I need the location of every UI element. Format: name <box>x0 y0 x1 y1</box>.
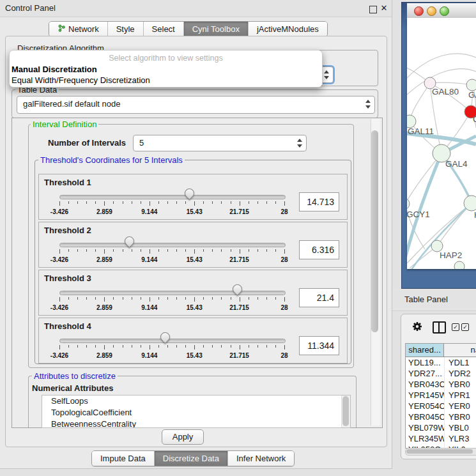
slider-tick <box>150 201 150 206</box>
tab-style[interactable]: Style <box>107 22 143 36</box>
float-panel-icon[interactable] <box>369 6 377 13</box>
table-horizontal-scrollbar-thumb[interactable] <box>406 449 473 454</box>
slider-tick <box>212 345 213 348</box>
slider-tick <box>68 297 69 300</box>
slider-track[interactable] <box>59 339 286 343</box>
slider-tick <box>77 297 78 300</box>
cell-shared-name[interactable]: YDR27... <box>406 368 445 379</box>
cell-name[interactable]: YDL1 <box>445 357 476 368</box>
slider-tick <box>275 297 276 300</box>
threshold-value-field[interactable]: 6.316 <box>299 240 339 259</box>
attribute-list-item[interactable]: BetweennessCentrality <box>42 418 350 428</box>
threshold-slider[interactable]: -3.4262.8599.14415.4321.71528 <box>59 239 284 266</box>
table-row[interactable]: YDL19...YDL1 <box>406 357 476 368</box>
slider-tick <box>176 297 177 300</box>
tab-infer-network[interactable]: Infer Network <box>227 451 294 466</box>
slider-tick <box>68 201 69 204</box>
checkbox-icon[interactable]: ✓ <box>461 323 469 331</box>
table-row[interactable]: YBR043CYBR0 <box>406 379 476 390</box>
slider-tick <box>194 249 195 254</box>
table-row[interactable]: YLR345WYLR3 <box>406 433 476 444</box>
zoom-window-icon[interactable] <box>440 6 449 16</box>
cell-shared-name[interactable]: YDL19... <box>406 357 445 368</box>
threshold-slider[interactable]: -3.4262.8599.14415.4321.71528 <box>59 287 284 314</box>
split-view-icon[interactable] <box>433 321 446 334</box>
cell-name[interactable]: YBR0 <box>445 379 476 390</box>
attributes-scrollbar[interactable] <box>341 395 350 427</box>
table-data-combobox[interactable]: galFiltered.sif default node <box>17 96 375 114</box>
tab-jactivemnodules[interactable]: jActiveMNodules <box>248 22 327 36</box>
slider-tick <box>212 201 213 204</box>
cell-shared-name[interactable]: YBL079W <box>406 422 445 433</box>
slider-track[interactable] <box>59 291 286 295</box>
attribute-list-item[interactable]: SelfLoops <box>42 395 350 407</box>
attribute-list-item[interactable]: TopologicalCoefficient <box>42 407 350 418</box>
threshold-slider[interactable]: -3.4262.8599.14415.4321.71528 <box>59 191 284 218</box>
slider-tick <box>203 345 204 348</box>
slider-tick <box>141 249 141 252</box>
network-node[interactable] <box>454 261 464 269</box>
cell-name[interactable]: YDR2 <box>445 368 476 379</box>
node-attribute-table[interactable]: shared... na YDL19...YDL1YDR27...YDR2YBR… <box>405 343 476 449</box>
threshold-value-field[interactable]: 14.713 <box>299 192 339 211</box>
network-node[interactable] <box>464 196 476 211</box>
tab-discretize-data[interactable]: Discretize Data <box>154 451 227 466</box>
table-row[interactable]: YBR045CYBR0 <box>406 411 476 422</box>
slider-tick <box>123 297 123 300</box>
cell-name[interactable]: YER0 <box>445 401 476 411</box>
slider-tick <box>104 297 105 302</box>
tab-network[interactable]: Network <box>49 22 107 36</box>
table-row[interactable]: YBL079WYBL0 <box>406 422 476 433</box>
threshold-value-field[interactable]: 21.4 <box>299 288 339 307</box>
table-row[interactable]: YPR145WYPR1 <box>406 390 476 401</box>
close-panel-icon[interactable]: ✕ <box>380 4 388 12</box>
dropdown-option-manual-discretization[interactable]: Manual Discretization <box>11 65 98 74</box>
tab-select[interactable]: Select <box>143 22 183 36</box>
slider-tick <box>86 201 87 204</box>
threshold-value-field[interactable]: 11.344 <box>299 336 339 355</box>
slider-track[interactable] <box>59 243 286 247</box>
network-canvas[interactable]: GAL80GACGAL11GAL4GCY1HHAP2 <box>407 18 476 269</box>
network-node[interactable] <box>407 198 410 210</box>
slider-tick <box>240 249 240 254</box>
tab-select-label: Select <box>152 24 175 34</box>
number-of-intervals-combobox[interactable]: 5 <box>133 135 307 151</box>
threshold-panel: Threshold 4-3.4262.8599.14415.4321.71528… <box>38 318 348 364</box>
table-row[interactable]: YER054CYER0 <box>406 401 476 411</box>
cell-name[interactable]: YPR1 <box>445 390 476 401</box>
slider-track[interactable] <box>59 195 286 199</box>
cell-name[interactable]: YBR0 <box>445 411 476 422</box>
number-of-intervals-value: 5 <box>139 138 144 148</box>
vertical-scrollbar-thumb[interactable] <box>371 130 378 332</box>
network-node[interactable] <box>466 79 476 91</box>
apply-button[interactable]: Apply <box>162 429 204 445</box>
numerical-attributes-list[interactable]: SelfLoopsTopologicalCoefficientBetweenne… <box>42 395 351 428</box>
tab-cyni-toolbox[interactable]: Cyni Toolbox <box>183 22 248 36</box>
column-header-shared-name[interactable]: shared... <box>406 344 444 357</box>
table-horizontal-scrollbar[interactable] <box>405 448 476 456</box>
table-row[interactable]: YDR27...YDR2 <box>406 368 476 379</box>
cell-name[interactable]: YLR3 <box>445 433 476 444</box>
checkbox-icon[interactable]: ✓ <box>452 323 459 331</box>
gear-icon[interactable] <box>412 321 422 332</box>
network-node[interactable] <box>407 115 416 128</box>
tab-impute-data[interactable]: Impute Data <box>92 451 154 466</box>
slider-tick-label: 9.144 <box>130 304 169 311</box>
column-header-name[interactable]: na <box>444 344 476 357</box>
cell-shared-name[interactable]: YBR043C <box>406 379 445 390</box>
dropdown-option-equal-width-frequency[interactable]: Equal Width/Frequency Discretization <box>11 75 151 85</box>
slider-tick <box>185 249 186 252</box>
cell-name[interactable]: YBL0 <box>445 422 476 433</box>
slider-tick-label: -3.426 <box>40 352 79 359</box>
cell-shared-name[interactable]: YPR145W <box>406 390 445 401</box>
slider-tick <box>257 201 258 204</box>
cell-shared-name[interactable]: YLR345W <box>406 433 445 444</box>
threshold-slider[interactable]: -3.4262.8599.14415.4321.71528 <box>59 335 284 362</box>
slider-tick <box>150 297 150 302</box>
close-window-icon[interactable] <box>414 6 424 16</box>
attributes-scrollbar-thumb[interactable] <box>342 396 349 426</box>
minimize-window-icon[interactable] <box>427 6 436 16</box>
cell-shared-name[interactable]: YBR045C <box>406 411 445 422</box>
slider-tick <box>249 345 249 348</box>
cell-shared-name[interactable]: YER054C <box>406 401 445 411</box>
